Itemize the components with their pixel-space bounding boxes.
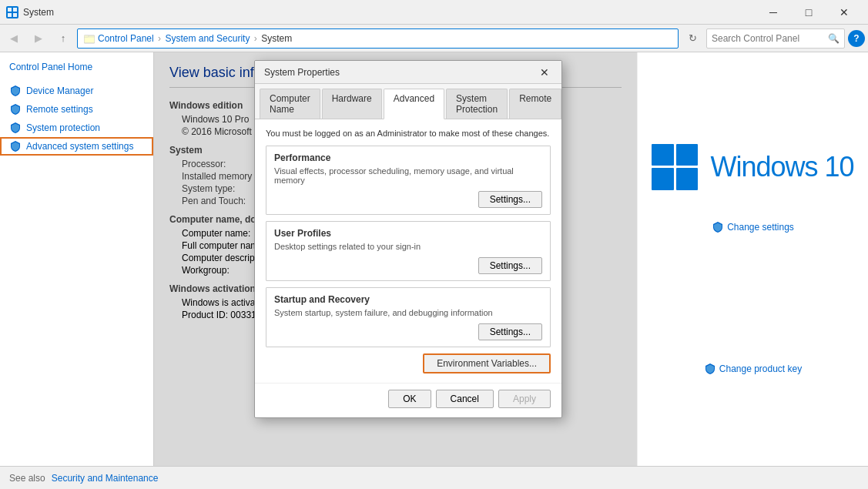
dialog-close-button[interactable]: ✕ bbox=[537, 65, 552, 80]
change-product-link[interactable]: Change product key bbox=[704, 363, 802, 375]
sidebar-control-panel-home[interactable]: Control Panel Home bbox=[0, 59, 153, 75]
see-also-label: See also bbox=[9, 473, 45, 484]
grid-bl bbox=[652, 168, 674, 190]
performance-desc: Visual effects, processor scheduling, me… bbox=[274, 166, 542, 185]
home-label: Control Panel Home bbox=[9, 62, 92, 72]
tab-hardware[interactable]: Hardware bbox=[322, 89, 382, 119]
window-title: System bbox=[23, 7, 54, 18]
dialog-title-bar: System Properties ✕ bbox=[255, 61, 561, 84]
performance-title: Performance bbox=[274, 152, 542, 163]
minimize-button[interactable]: ─ bbox=[756, 0, 791, 25]
system-properties-dialog: System Properties ✕ Computer Name Hardwa… bbox=[254, 60, 562, 418]
search-box[interactable]: 🔍 bbox=[706, 28, 845, 49]
apply-button[interactable]: Apply bbox=[498, 390, 551, 408]
svg-rect-5 bbox=[84, 35, 89, 37]
change-settings-link[interactable]: Change settings bbox=[712, 221, 794, 233]
user-profiles-section: User Profiles Desktop settings related t… bbox=[266, 221, 551, 281]
dialog-tabs: Computer Name Hardware Advanced System P… bbox=[255, 84, 561, 119]
change-product-label: Change product key bbox=[719, 363, 802, 374]
dialog-notice: You must be logged on as an Administrato… bbox=[266, 129, 551, 138]
dialog-title: System Properties bbox=[264, 67, 340, 78]
dialog-overlay: System Properties ✕ Computer Name Hardwa… bbox=[154, 52, 637, 466]
dialog-body: You must be logged on as an Administrato… bbox=[255, 119, 561, 383]
sidebar-item-system-protection[interactable]: System protection bbox=[0, 119, 153, 137]
maximize-button[interactable]: □ bbox=[791, 0, 826, 25]
system-protection-label: System protection bbox=[26, 122, 100, 133]
app-icon bbox=[6, 6, 18, 18]
sidebar-item-advanced-settings[interactable]: Advanced system settings bbox=[0, 137, 153, 156]
title-bar: System ─ □ ✕ bbox=[0, 0, 868, 25]
refresh-button[interactable]: ↻ bbox=[682, 28, 703, 49]
startup-recovery-title: Startup and Recovery bbox=[274, 294, 542, 305]
shield-icon-advanced bbox=[9, 140, 22, 152]
dialog-footer: OK Cancel Apply bbox=[255, 383, 561, 417]
folder-icon bbox=[84, 33, 95, 44]
grid-tr bbox=[676, 144, 699, 166]
remote-settings-label: Remote settings bbox=[26, 104, 93, 115]
address-path: Control Panel › System and Security › Sy… bbox=[98, 33, 292, 44]
status-bar: See also Security and Maintenance bbox=[0, 466, 868, 489]
startup-recovery-desc: System startup, system failure, and debu… bbox=[274, 308, 542, 317]
up-button[interactable]: ↑ bbox=[52, 28, 74, 49]
sidebar: Control Panel Home Device Manager Remote… bbox=[0, 52, 154, 466]
shield-icon-remote bbox=[9, 103, 22, 116]
shield-icon-protection bbox=[9, 122, 22, 134]
ok-button[interactable]: OK bbox=[388, 390, 431, 408]
user-profiles-title: User Profiles bbox=[274, 228, 542, 239]
grid-br bbox=[676, 168, 699, 190]
shield-icon-change bbox=[712, 221, 724, 233]
cancel-button[interactable]: Cancel bbox=[436, 390, 494, 408]
help-button[interactable]: ? bbox=[848, 30, 865, 47]
sidebar-item-device-manager[interactable]: Device Manager bbox=[0, 82, 153, 100]
back-button[interactable]: ◀ bbox=[3, 28, 25, 49]
shield-icon-device bbox=[9, 85, 22, 97]
tab-advanced[interactable]: Advanced bbox=[384, 89, 444, 119]
svg-rect-3 bbox=[13, 13, 17, 17]
startup-recovery-settings-button[interactable]: Settings... bbox=[478, 323, 542, 340]
security-maintenance-link[interactable]: Security and Maintenance bbox=[52, 473, 159, 484]
search-input[interactable] bbox=[712, 33, 825, 44]
grid-tl bbox=[652, 144, 674, 166]
svg-rect-1 bbox=[13, 8, 17, 12]
windows10-logo: Windows 10 bbox=[652, 144, 853, 190]
env-variables-row: Environment Variables... bbox=[266, 353, 551, 373]
svg-rect-0 bbox=[8, 8, 12, 12]
performance-section: Performance Visual effects, processor sc… bbox=[266, 146, 551, 215]
windows-grid-logo bbox=[652, 144, 698, 190]
tab-computer-name[interactable]: Computer Name bbox=[260, 89, 320, 119]
change-settings-label: Change settings bbox=[727, 222, 794, 233]
advanced-settings-label: Advanced system settings bbox=[26, 141, 133, 152]
svg-rect-2 bbox=[8, 13, 12, 17]
user-profiles-settings-button[interactable]: Settings... bbox=[478, 257, 542, 274]
close-button[interactable]: ✕ bbox=[826, 0, 862, 25]
logo-area: Windows 10 Change settings Change produc… bbox=[637, 52, 868, 466]
content-area: View basic information about your comput… bbox=[154, 52, 637, 466]
user-profiles-desc: Desktop settings related to your sign-in bbox=[274, 242, 542, 251]
search-icon: 🔍 bbox=[828, 33, 840, 44]
shield-icon-product bbox=[704, 363, 716, 375]
address-bar[interactable]: Control Panel › System and Security › Sy… bbox=[77, 28, 679, 49]
environment-variables-button[interactable]: Environment Variables... bbox=[423, 353, 551, 373]
tab-remote[interactable]: Remote bbox=[509, 89, 561, 119]
device-manager-label: Device Manager bbox=[26, 85, 93, 96]
windows10-text: Windows 10 bbox=[710, 151, 853, 183]
forward-button[interactable]: ▶ bbox=[28, 28, 49, 49]
window-controls: ─ □ ✕ bbox=[756, 0, 862, 25]
sidebar-item-remote-settings[interactable]: Remote settings bbox=[0, 100, 153, 119]
performance-settings-button[interactable]: Settings... bbox=[478, 191, 542, 208]
startup-recovery-section: Startup and Recovery System startup, sys… bbox=[266, 287, 551, 347]
navigation-bar: ◀ ▶ ↑ Control Panel › System and Securit… bbox=[0, 25, 868, 52]
tab-system-protection[interactable]: System Protection bbox=[446, 89, 508, 119]
